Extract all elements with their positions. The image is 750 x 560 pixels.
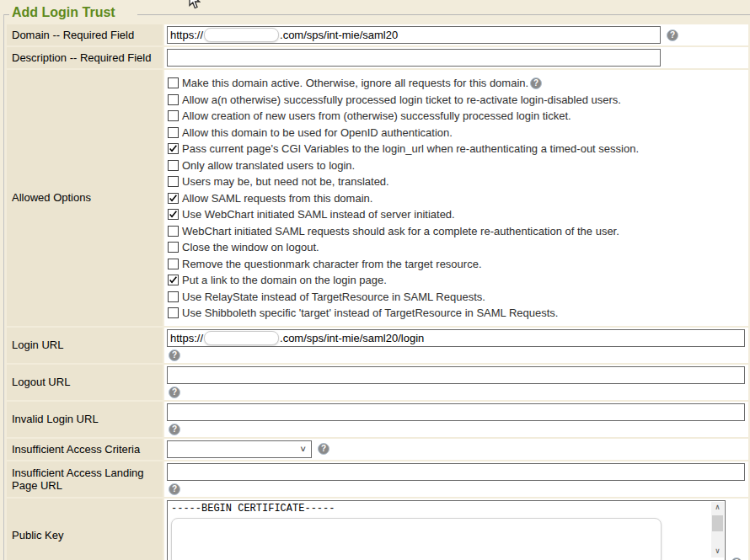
mouse-cursor <box>189 0 201 10</box>
row-invalid-login-url: Invalid Login URL ? <box>7 402 748 437</box>
row-domain: Domain -- Required Field https://.com/sp… <box>7 24 748 45</box>
row-login-url: Login URL https://.com/sps/int-mie/saml2… <box>7 328 748 363</box>
domain-value-prefix: https:// <box>170 29 203 41</box>
row-logout-url: Logout URL ? <box>7 365 748 400</box>
allowed-option-label: Users may be, but need not be, translate… <box>182 175 389 188</box>
insufficient-access-landing-label: Insufficient Access Landing Page URL <box>7 461 163 497</box>
allowed-option-label: Only allow translated users to login. <box>182 159 355 172</box>
allowed-option-checkbox[interactable] <box>168 209 179 220</box>
scroll-down-icon[interactable]: ∨ <box>711 546 724 557</box>
public-key-scrollbar[interactable]: ∧ ∨ <box>711 502 724 557</box>
row-allowed-options: Allowed Options Make this domain active.… <box>7 70 748 326</box>
allowed-option: Only allow translated users to login. <box>168 157 746 174</box>
allowed-option-checkbox[interactable] <box>168 307 179 318</box>
insufficient-access-landing-input[interactable] <box>167 463 745 481</box>
allowed-option: Close the window on logout. <box>168 239 746 256</box>
allowed-options-list: Make this domain active. Otherwise, igno… <box>167 72 746 324</box>
row-insufficient-access-landing: Insufficient Access Landing Page URL ? <box>7 461 748 497</box>
login-url-value-suffix: .com/sps/int-mie/saml20/login <box>280 332 424 344</box>
page-title: Add Login Trust <box>12 5 115 20</box>
login-url-value-prefix: https:// <box>170 332 203 344</box>
logout-url-input[interactable] <box>167 366 745 384</box>
help-icon[interactable]: ? <box>731 557 742 560</box>
allowed-option-label: Allow this domain to be used for OpenID … <box>182 126 453 139</box>
row-public-key: Public Key -----BEGIN CERTIFICATE----- ∧… <box>7 499 748 560</box>
allowed-option-checkbox[interactable] <box>168 259 179 269</box>
allowed-option-label: Use RelayState instead of TargetResource… <box>182 291 485 303</box>
allowed-option-checkbox[interactable] <box>168 143 179 154</box>
description-label: Description -- Required Field <box>7 47 163 68</box>
allowed-option-checkbox[interactable] <box>168 94 179 105</box>
description-input[interactable] <box>167 49 661 67</box>
allowed-options-label: Allowed Options <box>7 70 163 326</box>
help-icon[interactable]: ? <box>169 387 180 398</box>
invalid-login-url-input[interactable] <box>167 403 745 421</box>
allowed-option: Pass current page's CGI Variables to the… <box>168 141 746 157</box>
help-icon[interactable]: ? <box>169 349 180 361</box>
allowed-option-label: Close the window on logout. <box>182 241 319 253</box>
allowed-option-label: Use WebChart initiated SAML instead of s… <box>182 208 455 221</box>
scrollbar-thumb[interactable] <box>712 515 723 531</box>
allowed-option: Allow this domain to be used for OpenID … <box>168 125 746 141</box>
public-key-redaction-box <box>171 518 662 560</box>
fieldset-left-border <box>3 14 4 560</box>
allowed-option: Make this domain active. Otherwise, igno… <box>168 75 746 92</box>
login-url-redaction-box <box>204 331 279 345</box>
allowed-option: Put a link to the domain on the login pa… <box>168 272 746 289</box>
allowed-option-checkbox[interactable] <box>168 176 179 187</box>
public-key-label: Public Key <box>7 499 163 560</box>
login-url-label: Login URL <box>7 328 163 363</box>
row-description: Description -- Required Field <box>7 47 748 68</box>
allowed-option-label: Put a link to the domain on the login pa… <box>182 274 387 286</box>
allowed-option: Allow SAML requests from this domain. <box>168 190 746 207</box>
fieldset-legend-line <box>137 14 750 15</box>
login-url-input[interactable]: https://.com/sps/int-mie/saml20/login <box>167 329 745 347</box>
allowed-option-label: Allow SAML requests from this domain. <box>182 192 372 205</box>
allowed-option-checkbox[interactable] <box>168 160 179 171</box>
allowed-option: Use Shibboleth specific 'target' instead… <box>168 305 746 322</box>
allowed-option-label: Allow creation of new users from (otherw… <box>182 109 571 122</box>
allowed-option-label: Make this domain active. Otherwise, igno… <box>182 77 528 89</box>
help-icon[interactable]: ? <box>530 77 542 89</box>
help-icon[interactable]: ? <box>667 29 678 41</box>
help-icon[interactable]: ? <box>169 424 180 435</box>
domain-input[interactable]: https://.com/sps/int-mie/saml20 <box>167 26 661 44</box>
allowed-option-label: Allow a(n otherwise) successfully proces… <box>182 93 621 106</box>
help-icon[interactable]: ? <box>169 483 180 495</box>
allowed-option-label: Remove the questionmark character from t… <box>182 258 482 270</box>
allowed-option-checkbox[interactable] <box>168 275 179 285</box>
allowed-option-checkbox[interactable] <box>168 110 179 121</box>
public-key-textarea[interactable]: -----BEGIN CERTIFICATE----- ∧ ∨ <box>167 500 726 560</box>
domain-label: Domain -- Required Field <box>7 24 163 45</box>
allowed-option-label: Pass current page's CGI Variables to the… <box>182 142 639 155</box>
allowed-option-checkbox[interactable] <box>168 193 179 204</box>
allowed-option-checkbox[interactable] <box>168 226 179 237</box>
allowed-option-checkbox[interactable] <box>168 242 179 253</box>
row-insufficient-access-criteria: Insufficient Access Criteria ∨ ? <box>7 439 748 460</box>
insufficient-access-criteria-select[interactable]: ∨ <box>167 440 312 458</box>
fieldset-legend-line-left <box>3 14 9 15</box>
login-trust-form: Domain -- Required Field https://.com/sp… <box>7 24 748 560</box>
chevron-down-icon: ∨ <box>299 444 307 453</box>
allowed-option: Allow creation of new users from (otherw… <box>168 108 746 125</box>
domain-redaction-box <box>204 28 279 42</box>
allowed-option: Use RelayState instead of TargetResource… <box>168 289 746 306</box>
invalid-login-url-label: Invalid Login URL <box>7 402 163 437</box>
scroll-up-icon[interactable]: ∧ <box>711 502 724 514</box>
allowed-option: Remove the questionmark character from t… <box>168 256 746 273</box>
insufficient-access-criteria-label: Insufficient Access Criteria <box>7 439 163 460</box>
help-icon[interactable]: ? <box>318 443 329 455</box>
allowed-option-label: WebChart initiated SAML requests should … <box>182 225 619 237</box>
allowed-option: Use WebChart initiated SAML instead of s… <box>168 206 746 223</box>
allowed-option-checkbox[interactable] <box>168 77 179 88</box>
public-key-first-line: -----BEGIN CERTIFICATE----- <box>171 503 335 515</box>
allowed-option-label: Use Shibboleth specific 'target' instead… <box>182 307 558 319</box>
allowed-option-checkbox[interactable] <box>168 291 179 302</box>
allowed-option: WebChart initiated SAML requests should … <box>168 223 746 240</box>
logout-url-label: Logout URL <box>7 365 163 400</box>
allowed-option: Users may be, but need not be, translate… <box>168 173 746 190</box>
domain-value-suffix: .com/sps/int-mie/saml20 <box>280 29 398 41</box>
allowed-option-checkbox[interactable] <box>168 127 179 138</box>
allowed-option: Allow a(n otherwise) successfully proces… <box>168 92 746 109</box>
